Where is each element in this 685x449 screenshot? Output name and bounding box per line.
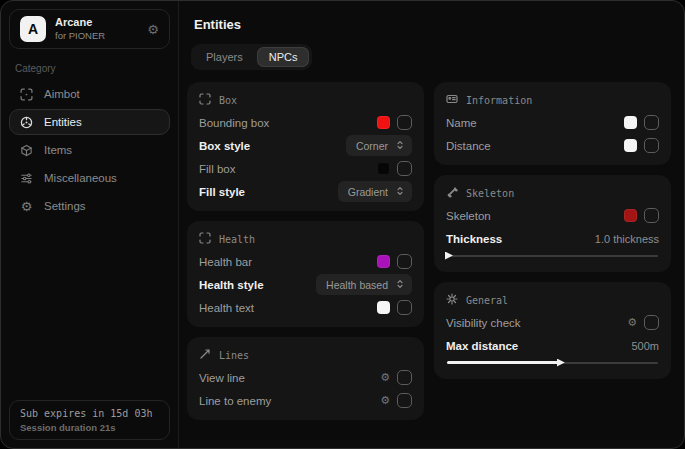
visibility-check-checkbox[interactable] xyxy=(644,315,659,330)
gear-icon[interactable]: ⚙ xyxy=(380,372,390,383)
setting-row-distance: Distance xyxy=(446,134,659,157)
setting-row-max-distance: Max distance 500m xyxy=(446,334,659,357)
setting-row-bounding-box: Bounding box xyxy=(199,111,412,134)
diagonal-line-icon xyxy=(199,348,211,362)
card-health: Health Health bar Health style Health ba… xyxy=(187,221,424,327)
card-skeleton: Skeleton Skeleton Thickness 1.0 thicknes… xyxy=(434,175,671,272)
slider-track xyxy=(447,255,658,257)
card-general: General Visibility check ⚙ Max distance … xyxy=(434,282,671,379)
color-swatch[interactable] xyxy=(624,116,637,129)
app-header: A Arcane for PIONER ⚙ xyxy=(9,9,170,49)
main-panel: Entities Players NPCs Box Bounding box xyxy=(179,1,684,448)
box-style-dropdown[interactable]: Corner xyxy=(346,135,412,156)
card-information: Information Name Distance xyxy=(434,82,671,165)
color-swatch[interactable] xyxy=(377,162,390,175)
health-style-dropdown[interactable]: Health based xyxy=(316,274,412,295)
gear-icon[interactable]: ⚙ xyxy=(627,317,637,328)
card-title: Health xyxy=(219,234,255,245)
color-swatch[interactable] xyxy=(624,139,637,152)
card-title: Box xyxy=(219,95,237,106)
max-distance-slider[interactable] xyxy=(447,357,658,368)
id-badge-icon xyxy=(446,93,458,107)
sidebar-item-items[interactable]: Items xyxy=(9,137,170,163)
health-bar-checkbox[interactable] xyxy=(397,254,412,269)
card-title: Lines xyxy=(219,350,249,361)
fill-box-checkbox[interactable] xyxy=(397,161,412,176)
app-logo: A xyxy=(20,16,46,42)
tab-players[interactable]: Players xyxy=(194,47,255,67)
color-swatch[interactable] xyxy=(377,301,390,314)
sidebar-item-miscellaneous[interactable]: Miscellaneous xyxy=(9,165,170,191)
expand-icon xyxy=(395,186,405,198)
color-swatch[interactable] xyxy=(377,116,390,129)
slider-thumb[interactable] xyxy=(557,359,565,367)
slider-thumb[interactable] xyxy=(445,252,453,260)
skeleton-checkbox[interactable] xyxy=(644,208,659,223)
app-names: Arcane for PIONER xyxy=(55,16,105,42)
distance-checkbox[interactable] xyxy=(644,138,659,153)
sidebar: A Arcane for PIONER ⚙ Category Aimbot En… xyxy=(1,1,179,448)
name-checkbox[interactable] xyxy=(644,115,659,130)
expand-icon xyxy=(395,140,405,152)
sidebar-item-label: Miscellaneous xyxy=(44,172,117,184)
package-icon xyxy=(19,144,34,157)
gear-icon[interactable]: ⚙ xyxy=(147,23,159,36)
corners-icon xyxy=(199,232,211,246)
corners-icon xyxy=(199,93,211,107)
thickness-slider[interactable] xyxy=(447,250,658,261)
expand-icon xyxy=(395,279,405,291)
category-label: Category xyxy=(15,63,164,74)
sliders-icon xyxy=(19,172,34,185)
thickness-value: 1.0 thickness xyxy=(595,233,659,245)
sidebar-nav: Aimbot Entities Items Miscellaneous xyxy=(1,80,178,220)
bounding-box-checkbox[interactable] xyxy=(397,115,412,130)
sidebar-item-label: Aimbot xyxy=(44,88,80,100)
sun-icon xyxy=(446,293,458,307)
card-lines: Lines View line ⚙ Line to enemy ⚙ xyxy=(187,337,424,420)
slider-fill xyxy=(447,361,559,364)
scan-icon xyxy=(19,88,34,101)
bone-icon xyxy=(446,186,458,200)
gear-icon: ⚙ xyxy=(19,200,34,213)
setting-row-line-to-enemy: Line to enemy ⚙ xyxy=(199,389,412,412)
sidebar-item-label: Settings xyxy=(44,200,86,212)
page-title: Entities xyxy=(194,17,671,32)
setting-row-view-line: View line ⚙ xyxy=(199,366,412,389)
tab-npcs[interactable]: NPCs xyxy=(257,47,310,67)
gear-icon[interactable]: ⚙ xyxy=(380,395,390,406)
card-title: Skeleton xyxy=(466,188,514,199)
app-name: Arcane xyxy=(55,16,105,30)
entity-tabs: Players NPCs xyxy=(191,44,312,70)
card-title: General xyxy=(466,295,508,306)
view-line-checkbox[interactable] xyxy=(397,370,412,385)
setting-row-visibility-check: Visibility check ⚙ xyxy=(446,311,659,334)
sidebar-item-settings[interactable]: ⚙ Settings xyxy=(9,193,170,219)
fill-style-dropdown[interactable]: Gradient xyxy=(338,181,412,202)
max-distance-value: 500m xyxy=(631,340,659,352)
health-text-checkbox[interactable] xyxy=(397,300,412,315)
card-box: Box Bounding box Box style Corner xyxy=(187,82,424,211)
app-subtitle: for PIONER xyxy=(55,30,105,42)
setting-row-name: Name xyxy=(446,111,659,134)
app-window: A Arcane for PIONER ⚙ Category Aimbot En… xyxy=(0,0,685,449)
setting-row-fill-box: Fill box xyxy=(199,157,412,180)
sub-expires-text: Sub expires in 15d 03h xyxy=(20,408,159,419)
sidebar-item-aimbot[interactable]: Aimbot xyxy=(9,81,170,107)
setting-row-skeleton: Skeleton xyxy=(446,204,659,227)
setting-row-health-bar: Health bar xyxy=(199,250,412,273)
card-title: Information xyxy=(466,95,532,106)
setting-row-fill-style: Fill style Gradient xyxy=(199,180,412,203)
color-swatch[interactable] xyxy=(624,209,637,222)
line-to-enemy-checkbox[interactable] xyxy=(397,393,412,408)
subscription-info: Sub expires in 15d 03h Session duration … xyxy=(9,400,170,440)
setting-row-health-text: Health text xyxy=(199,296,412,319)
sidebar-item-label: Entities xyxy=(44,116,82,128)
setting-row-thickness: Thickness 1.0 thickness xyxy=(446,227,659,250)
setting-row-box-style: Box style Corner xyxy=(199,134,412,157)
sidebar-item-label: Items xyxy=(44,144,72,156)
color-swatch[interactable] xyxy=(377,255,390,268)
sidebar-item-entities[interactable]: Entities xyxy=(9,109,170,135)
setting-row-health-style: Health style Health based xyxy=(199,273,412,296)
entities-icon xyxy=(19,116,34,129)
session-duration-text: Session duration 21s xyxy=(20,422,159,433)
